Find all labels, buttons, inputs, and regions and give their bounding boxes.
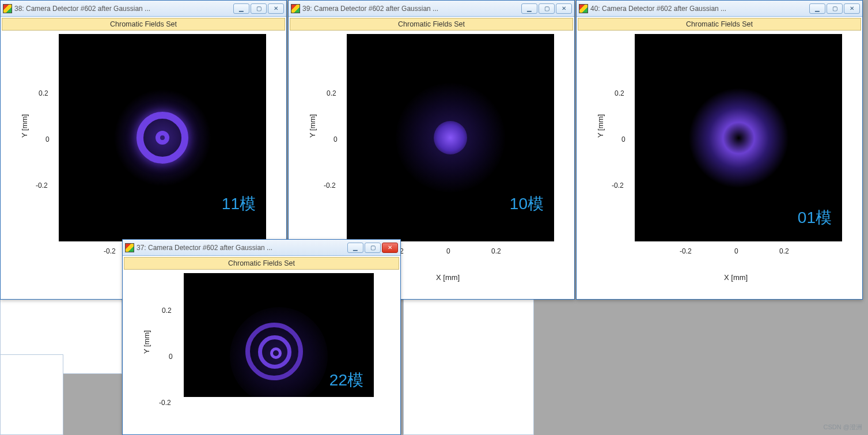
y-axis-label: Y [mm] (308, 114, 317, 138)
subtitle-banner: Chromatic Fields Set (2, 18, 285, 31)
plot-canvas[interactable]: 22模 (184, 273, 374, 397)
bg-window-frag-2 (0, 354, 63, 435)
mode-annotation: 22模 (329, 369, 363, 391)
maximize-button[interactable]: ▢ (365, 243, 381, 253)
x-tick: 0 (446, 247, 450, 255)
mode-annotation: 01模 (798, 207, 832, 229)
subtitle-banner: Chromatic Fields Set (124, 257, 399, 270)
y-axis-label: Y [mm] (142, 330, 151, 354)
titlebar[interactable]: 38: Camera Detector #602 after Gaussian … (1, 1, 286, 17)
y-tick: -0.2 (36, 181, 48, 190)
plot-canvas[interactable]: 01模 (635, 34, 842, 241)
y-tick: 0 (333, 135, 338, 143)
y-tick: 0 (621, 135, 626, 143)
y-tick: 0 (46, 135, 50, 143)
x-tick: -0.2 (680, 247, 692, 255)
close-button[interactable]: ✕ (382, 243, 398, 253)
app-icon (291, 4, 300, 13)
plot-canvas[interactable]: 11模 (59, 34, 266, 241)
x-tick: 0.2 (779, 247, 789, 255)
y-tick: -0.2 (612, 181, 624, 190)
titlebar[interactable]: 37: Camera Detector #602 after Gaussian … (123, 240, 400, 256)
x-tick: -0.2 (104, 247, 116, 255)
plot-area: Y [mm] 0.2 0 -0.2 22模 (126, 273, 397, 408)
mode-annotation: 11模 (222, 193, 256, 215)
close-button[interactable]: ✕ (844, 3, 860, 14)
mode-annotation: 10模 (510, 193, 544, 215)
close-button[interactable]: ✕ (556, 3, 572, 14)
y-tick: 0 (169, 353, 173, 361)
minimize-button[interactable]: ▁ (521, 3, 537, 14)
window-title: 40: Camera Detector #602 after Gaussian … (590, 5, 807, 13)
maximize-button[interactable]: ▢ (827, 3, 843, 14)
subtitle-banner: Chromatic Fields Set (290, 18, 573, 31)
window-title: 39: Camera Detector #602 after Gaussian … (302, 5, 519, 13)
subtitle-banner: Chromatic Fields Set (578, 18, 861, 31)
y-tick: 0.2 (39, 89, 48, 97)
maximize-button[interactable]: ▢ (251, 3, 267, 14)
minimize-button[interactable]: ▁ (347, 243, 363, 253)
app-icon (125, 243, 134, 252)
y-tick: 0.2 (615, 89, 624, 97)
x-axis-label: X [mm] (436, 273, 460, 282)
window-37[interactable]: 37: Camera Detector #602 after Gaussian … (122, 239, 401, 435)
y-axis-label: Y [mm] (596, 114, 605, 138)
titlebar[interactable]: 39: Camera Detector #602 after Gaussian … (289, 1, 574, 17)
y-tick: -0.2 (324, 181, 336, 190)
window-title: 38: Camera Detector #602 after Gaussian … (14, 5, 231, 13)
window-title: 37: Camera Detector #602 after Gaussian … (137, 244, 345, 252)
y-tick: 0.2 (162, 307, 172, 315)
bg-window-frag-3 (403, 282, 534, 435)
plot-canvas[interactable]: 10模 (347, 34, 554, 241)
x-axis-label: X [mm] (724, 273, 748, 282)
minimize-button[interactable]: ▁ (233, 3, 249, 14)
minimize-button[interactable]: ▁ (809, 3, 825, 14)
y-tick: -0.2 (159, 399, 171, 407)
app-icon (579, 4, 588, 13)
x-tick: 0 (734, 247, 738, 255)
watermark: CSDN @澄洲 (824, 423, 862, 432)
window-40[interactable]: 40: Camera Detector #602 after Gaussian … (576, 0, 863, 300)
close-button[interactable]: ✕ (268, 3, 284, 14)
maximize-button[interactable]: ▢ (539, 3, 555, 14)
y-tick: 0.2 (327, 89, 336, 97)
y-axis-label: Y [mm] (20, 114, 29, 138)
titlebar[interactable]: 40: Camera Detector #602 after Gaussian … (577, 1, 862, 17)
plot-area: Y [mm] 0.2 0 -0.2 -0.2 0 0.2 X [mm] 01模 (580, 34, 859, 282)
app-icon (3, 4, 12, 13)
x-tick: 0.2 (491, 247, 501, 255)
